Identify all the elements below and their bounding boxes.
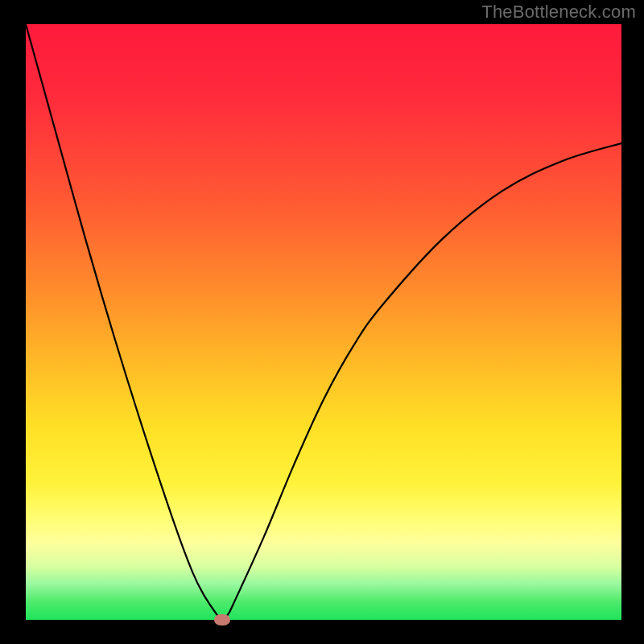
chart-frame: TheBottleneck.com: [0, 0, 644, 644]
watermark-text: TheBottleneck.com: [481, 2, 636, 23]
plot-gradient-background: [26, 24, 621, 620]
bottleneck-curve-line: [26, 24, 621, 620]
optimum-marker: [214, 614, 230, 625]
